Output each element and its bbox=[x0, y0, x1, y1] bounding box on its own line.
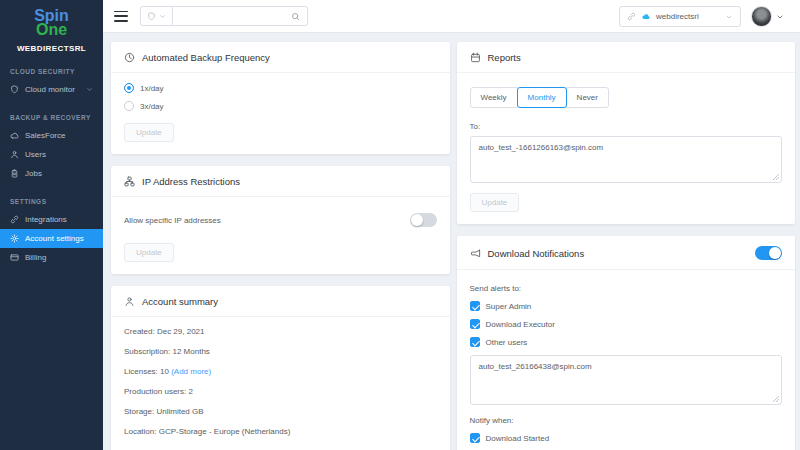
card-title: Automated Backup Frequency bbox=[142, 52, 270, 63]
download-notifications-toggle[interactable] bbox=[755, 246, 782, 260]
card-ip-address-restrictions: IP Address Restrictions Allow specific I… bbox=[111, 166, 450, 274]
section-title-cloud-security: CLOUD SECURITY bbox=[0, 53, 103, 80]
checkbox-label: Download Started bbox=[486, 434, 550, 443]
section-title-settings: SETTINGS bbox=[0, 183, 103, 210]
summary-storage: Storage: Unlimited GB bbox=[124, 407, 437, 416]
search-scope-dropdown[interactable] bbox=[141, 7, 173, 25]
sitemap-icon bbox=[124, 176, 135, 187]
recipients-field-wrap: auto_test_-1661266163@spin.com bbox=[470, 136, 783, 183]
radio-option-3xday[interactable]: 3x/day bbox=[124, 101, 437, 111]
gear-icon bbox=[10, 234, 19, 243]
sidebar-item-label: SalesForce bbox=[25, 131, 65, 140]
update-button[interactable]: Update bbox=[470, 193, 520, 212]
salesforce-cloud-icon bbox=[640, 12, 652, 21]
checkbox-download-executor[interactable]: Download Executor bbox=[470, 319, 783, 329]
topbar: webdirectsrl bbox=[103, 0, 800, 33]
sidebar-item-label: Users bbox=[25, 150, 46, 159]
summary-production-users: Production users: 2 bbox=[124, 387, 437, 396]
card-header: Reports bbox=[457, 52, 796, 73]
sidebar-item-cloud-monitor[interactable]: Cloud monitor bbox=[0, 80, 103, 99]
calendar-icon bbox=[470, 52, 481, 63]
radio-option-1xday[interactable]: 1x/day bbox=[124, 83, 437, 93]
sidebar-org-name: WEBDIRECTSRL bbox=[0, 44, 103, 53]
notify-when-label: Notify when: bbox=[470, 416, 783, 425]
clipboard-icon bbox=[10, 169, 19, 178]
chevron-down-icon bbox=[776, 13, 784, 21]
right-column: Reports Weekly Monthly Never To: auto_te… bbox=[457, 42, 796, 450]
card-header: IP Address Restrictions bbox=[111, 176, 450, 197]
add-more-link[interactable]: (Add more) bbox=[171, 367, 211, 376]
chevron-down-icon bbox=[86, 86, 93, 93]
sidebar-item-account-settings[interactable]: Account settings bbox=[0, 229, 103, 248]
radio-unselected[interactable] bbox=[124, 101, 134, 111]
org-selector-label: webdirectsrl bbox=[656, 12, 699, 21]
checkbox[interactable] bbox=[470, 337, 480, 347]
hamburger-menu-icon[interactable] bbox=[114, 11, 128, 22]
user-menu[interactable] bbox=[751, 6, 784, 27]
sidebar-item-users[interactable]: Users bbox=[0, 145, 103, 164]
checkbox-label: Download Executor bbox=[486, 320, 555, 329]
report-recipients-textarea[interactable]: auto_test_-1661266163@spin.com bbox=[470, 136, 783, 183]
frequency-never-button[interactable]: Never bbox=[566, 87, 609, 108]
checkbox-super-admin[interactable]: Super Admin bbox=[470, 301, 783, 311]
summary-location: Location: GCP-Storage - Europe (Netherla… bbox=[124, 427, 437, 436]
chevron-down-icon bbox=[725, 13, 733, 21]
sidebar-item-integrations[interactable]: Integrations bbox=[0, 210, 103, 229]
radio-label: 1x/day bbox=[140, 84, 164, 93]
checkbox-other-users[interactable]: Other users bbox=[470, 337, 783, 347]
app-window: Spin One WEBDIRECTSRL CLOUD SECURITY Clo… bbox=[0, 0, 800, 450]
summary-created: Created: Dec 29, 2021 bbox=[124, 327, 437, 336]
card-reports: Reports Weekly Monthly Never To: auto_te… bbox=[457, 42, 796, 224]
checkbox[interactable] bbox=[470, 301, 480, 311]
sidebar-item-label: Account settings bbox=[25, 234, 84, 243]
sidebar-item-label: Billing bbox=[25, 253, 46, 262]
frequency-weekly-button[interactable]: Weekly bbox=[470, 87, 518, 108]
radio-selected[interactable] bbox=[124, 83, 134, 93]
sidebar-item-label: Jobs bbox=[25, 169, 42, 178]
search-icon[interactable] bbox=[291, 12, 300, 21]
shield-icon bbox=[10, 85, 19, 94]
org-selector-dropdown[interactable]: webdirectsrl bbox=[619, 6, 741, 27]
link-icon bbox=[627, 12, 636, 21]
sidebar-item-salesforce[interactable]: SalesForce bbox=[0, 126, 103, 145]
card-title: Download Notifications bbox=[488, 248, 585, 259]
checkbox-download-started[interactable]: Download Started bbox=[470, 433, 783, 443]
main-content: Automated Backup Frequency 1x/day 3x/day… bbox=[103, 33, 800, 450]
search-input[interactable] bbox=[173, 12, 291, 21]
left-column: Automated Backup Frequency 1x/day 3x/day… bbox=[111, 42, 450, 450]
to-label: To: bbox=[470, 122, 783, 131]
other-users-field-wrap: auto_test_26166438@spin.com bbox=[470, 355, 783, 405]
card-title: Reports bbox=[488, 52, 521, 63]
card-title: IP Address Restrictions bbox=[142, 176, 240, 187]
sidebar-item-jobs[interactable]: Jobs bbox=[0, 164, 103, 183]
checkbox[interactable] bbox=[470, 433, 480, 443]
shield-icon bbox=[147, 12, 156, 21]
licenses-value: Licenses: 10 bbox=[124, 367, 171, 376]
sidebar: Spin One WEBDIRECTSRL CLOUD SECURITY Clo… bbox=[0, 0, 103, 450]
other-users-email-textarea[interactable]: auto_test_26166438@spin.com bbox=[470, 355, 783, 405]
checkbox[interactable] bbox=[470, 319, 480, 329]
card-header: Automated Backup Frequency bbox=[111, 52, 450, 73]
update-button[interactable]: Update bbox=[124, 123, 174, 142]
allow-ip-toggle[interactable] bbox=[410, 213, 437, 227]
sidebar-item-label: Integrations bbox=[25, 215, 67, 224]
user-icon bbox=[124, 296, 135, 307]
avatar bbox=[751, 6, 772, 27]
card-header: Download Notifications bbox=[457, 246, 796, 270]
card-account-summary: Account summary Created: Dec 29, 2021 Su… bbox=[111, 286, 450, 450]
report-frequency-group: Weekly Monthly Never bbox=[470, 87, 609, 108]
update-button[interactable]: Update bbox=[124, 243, 174, 262]
card-title: Account summary bbox=[142, 296, 218, 307]
sidebar-item-billing[interactable]: Billing bbox=[0, 248, 103, 267]
cloud-icon bbox=[10, 131, 19, 140]
credit-card-icon bbox=[10, 253, 19, 262]
section-title-backup-recovery: BACKUP & RECOVERY bbox=[0, 99, 103, 126]
summary-licenses: Licenses: 10 (Add more) bbox=[124, 367, 437, 376]
frequency-monthly-button[interactable]: Monthly bbox=[517, 87, 567, 108]
checkbox-label: Super Admin bbox=[486, 302, 532, 311]
link-icon bbox=[10, 215, 19, 224]
card-header: Account summary bbox=[111, 296, 450, 317]
card-automated-backup-frequency: Automated Backup Frequency 1x/day 3x/day… bbox=[111, 42, 450, 154]
radio-label: 3x/day bbox=[140, 102, 164, 111]
spinone-logo[interactable]: Spin One bbox=[0, 0, 103, 37]
